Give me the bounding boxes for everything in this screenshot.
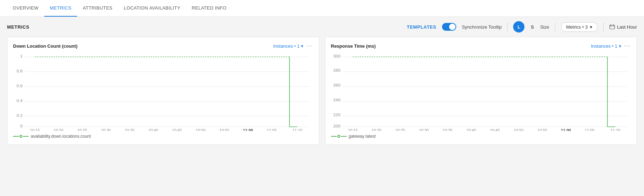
chart1-svg: 1 0.8 0.6 0.4 0.2 0 10:15 10:20 10:25 10… [13, 53, 313, 131]
calendar-icon [609, 24, 615, 29]
svg-text:10:25: 10:25 [395, 129, 405, 131]
chart1-legend: availability.down.locations.count [13, 134, 313, 139]
nav-item-related-info[interactable]: RELATED INFO [186, 0, 232, 17]
chart1-legend-label: availability.down.locations.count [31, 134, 91, 139]
separator-2 [555, 23, 555, 31]
chart1-title: Down Location Count (count) [13, 43, 77, 49]
svg-text:300: 300 [333, 54, 341, 58]
svg-text:11:10: 11:10 [610, 129, 620, 131]
svg-text:11:05: 11:05 [267, 129, 277, 131]
svg-text:10:55: 10:55 [537, 129, 547, 131]
svg-text:11:00: 11:00 [561, 129, 571, 131]
legend-dot [19, 135, 22, 138]
chart2-area: 300 280 260 240 220 200 10:15 10:20 10:2… [331, 53, 631, 131]
top-navigation: OVERVIEW METRICS ATTRIBUTES LOCATION AVA… [0, 0, 644, 17]
svg-text:0.8: 0.8 [17, 69, 23, 73]
metrics-dropdown[interactable]: Metrics • 3 ▾ [561, 22, 598, 32]
chart1-header: Down Location Count (count) Instances • … [13, 43, 313, 49]
svg-text:10:20: 10:20 [371, 129, 381, 131]
svg-text:260: 260 [333, 83, 341, 87]
chart2-legend: gateway latest [331, 134, 631, 139]
svg-text:11:05: 11:05 [585, 129, 594, 131]
chart-response-time: Response Time (ms) Instances • 1 ▾ ··· 3… [325, 37, 637, 145]
metrics-section-label: METRICS [7, 24, 401, 30]
svg-text:10:35: 10:35 [124, 129, 134, 131]
svg-text:10:40: 10:40 [466, 129, 476, 131]
toggle-knob [449, 24, 456, 30]
separator-1 [507, 23, 507, 31]
chart2-instances-link[interactable]: Instances • 1 ▾ [591, 43, 621, 49]
nav-item-overview[interactable]: OVERVIEW [7, 0, 44, 17]
metrics-toolbar: METRICS TEMPLATES Synchronize Tooltip L … [0, 17, 644, 37]
chart1-more-button[interactable]: ··· [306, 43, 313, 49]
chart1-instances-link[interactable]: Instances • 1 ▾ [273, 43, 304, 49]
chart2-header: Response Time (ms) Instances • 1 ▾ ··· [331, 43, 631, 49]
chart1-legend-icon [13, 135, 29, 138]
synchronize-tooltip-toggle[interactable] [442, 23, 456, 31]
legend-line-2 [341, 136, 347, 137]
last-hour-label: Last Hour [617, 24, 637, 30]
chart2-svg: 300 280 260 240 220 200 10:15 10:20 10:2… [331, 53, 631, 131]
nav-item-attributes[interactable]: ATTRIBUTES [77, 0, 118, 17]
chart2-instances-label: Instances • 1 [591, 43, 617, 49]
chevron-down-icon: ▾ [301, 43, 303, 49]
size-controls: L S Size [513, 21, 549, 32]
svg-text:0: 0 [20, 124, 23, 128]
metrics-dropdown-label: Metrics • 3 [566, 24, 588, 30]
svg-text:0.2: 0.2 [17, 113, 23, 118]
chart1-instances-label: Instances • 1 [273, 43, 300, 49]
size-s-button[interactable]: S [527, 21, 538, 32]
svg-text:10:50: 10:50 [196, 129, 205, 131]
svg-text:220: 220 [333, 113, 341, 117]
svg-text:10:30: 10:30 [419, 129, 429, 131]
last-hour-button[interactable]: Last Hour [609, 24, 637, 30]
nav-item-metrics[interactable]: METRICS [44, 0, 77, 17]
size-label: Size [540, 24, 549, 30]
chart2-legend-label: gateway latest [349, 134, 376, 139]
legend-line [331, 136, 337, 137]
svg-text:280: 280 [333, 68, 341, 72]
svg-text:10:30: 10:30 [101, 129, 111, 131]
legend-line-2 [23, 136, 29, 137]
svg-text:0.4: 0.4 [17, 99, 23, 103]
svg-text:240: 240 [333, 98, 341, 102]
chevron-down-icon: ▾ [619, 43, 621, 49]
chart2-title: Response Time (ms) [331, 43, 376, 49]
svg-text:10:40: 10:40 [148, 129, 158, 131]
svg-text:11:10: 11:10 [292, 129, 302, 131]
chart-down-location-count: Down Location Count (count) Instances • … [7, 37, 319, 145]
separator-3 [603, 23, 604, 31]
sync-tooltip-label: Synchronize Tooltip [462, 24, 502, 30]
svg-text:10:45: 10:45 [490, 129, 500, 131]
chevron-down-icon: ▾ [590, 24, 592, 30]
svg-text:10:55: 10:55 [219, 129, 229, 131]
svg-text:10:35: 10:35 [442, 129, 452, 131]
svg-rect-0 [610, 25, 615, 29]
svg-text:200: 200 [333, 124, 341, 128]
chart1-header-right: Instances • 1 ▾ ··· [273, 43, 313, 49]
svg-text:11:00: 11:00 [243, 129, 253, 131]
svg-text:10:50: 10:50 [514, 129, 523, 131]
chart2-more-button[interactable]: ··· [624, 43, 631, 49]
chart1-area: 1 0.8 0.6 0.4 0.2 0 10:15 10:20 10:25 10… [13, 53, 313, 131]
legend-dot [337, 135, 340, 138]
svg-text:10:20: 10:20 [53, 129, 63, 131]
svg-text:1: 1 [20, 54, 23, 58]
svg-text:10:15: 10:15 [30, 129, 40, 131]
svg-text:10:45: 10:45 [172, 129, 182, 131]
chart2-header-right: Instances • 1 ▾ ··· [591, 43, 631, 49]
size-l-button[interactable]: L [513, 21, 524, 32]
svg-text:10:15: 10:15 [348, 129, 358, 131]
templates-label: TEMPLATES [407, 24, 436, 30]
svg-text:10:25: 10:25 [77, 129, 87, 131]
charts-container: Down Location Count (count) Instances • … [0, 37, 644, 152]
chart2-legend-icon [331, 135, 347, 138]
svg-text:0.6: 0.6 [17, 84, 23, 88]
nav-item-location-availability[interactable]: LOCATION AVAILABILITY [118, 0, 186, 17]
legend-line [13, 136, 19, 137]
